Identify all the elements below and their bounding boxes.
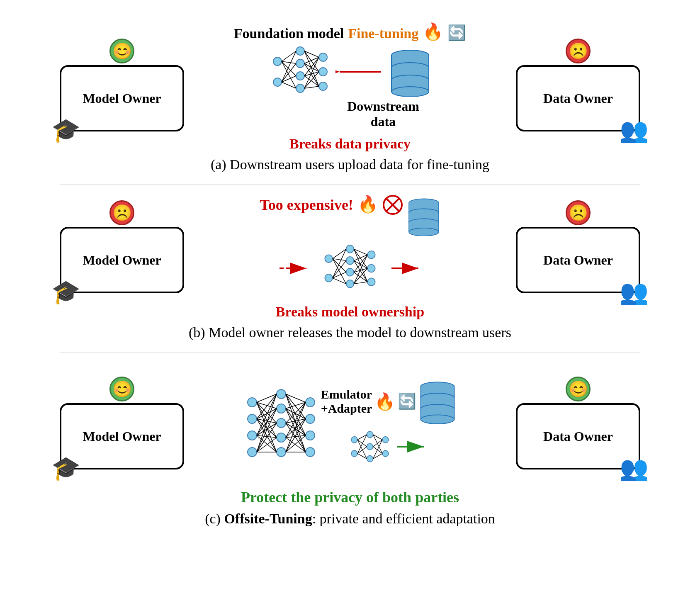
flame-icon-b: 🔥 (357, 195, 378, 214)
refresh-icon-a: 🔄 (447, 24, 466, 41)
svg-line-163 (373, 447, 383, 454)
svg-point-92 (277, 433, 286, 442)
svg-line-65 (333, 259, 346, 272)
svg-point-55 (325, 274, 333, 282)
data-owner-label-b: Data Owner (543, 253, 613, 268)
svg-line-28 (304, 86, 319, 88)
too-expensive-label: Too expensive! (260, 196, 353, 214)
svg-point-7 (319, 68, 327, 76)
caption-c-bold: Offsite-Tuning (224, 511, 312, 526)
database-a (389, 47, 431, 97)
svg-line-162 (373, 440, 383, 447)
svg-line-11 (282, 61, 296, 76)
section-b: ☹️ Model Owner 🎓 Too expensive! 🔥 (17, 189, 683, 344)
svg-line-75 (354, 260, 367, 268)
smiley-data-owner-a: ☹️ (566, 39, 591, 63)
flame-icon-c: 🔥 (374, 392, 395, 411)
model-owner-label-a: Model Owner (83, 91, 161, 106)
smiley-data-owner-c: 😊 (566, 377, 591, 401)
svg-point-94 (306, 398, 315, 407)
svg-point-49 (409, 228, 439, 236)
svg-point-96 (306, 431, 315, 440)
smiley-model-owner-b: ☹️ (109, 200, 134, 225)
svg-line-82 (354, 282, 367, 284)
downstream-data-label-a: Downstreamdata (347, 99, 419, 129)
neural-net-b (319, 239, 381, 297)
svg-point-58 (346, 268, 354, 276)
svg-line-70 (333, 278, 346, 284)
section-a: Foundation model Fine-tuning 🔥 🔄 😊 Model… (17, 8, 683, 176)
arrow-left-a (335, 63, 385, 80)
svg-line-16 (282, 82, 296, 88)
svg-point-148 (351, 450, 357, 457)
person-group-right-b: 👥 (620, 278, 649, 306)
svg-point-37 (391, 87, 429, 97)
dashed-arrow-left-b (277, 260, 311, 277)
svg-point-62 (367, 278, 375, 286)
svg-point-88 (248, 447, 257, 457)
svg-point-86 (248, 414, 257, 423)
breaks-data-privacy-label: Breaks data privacy (60, 136, 640, 152)
svg-point-5 (296, 84, 304, 92)
protect-privacy-label: Protect the privacy of both parties (60, 489, 640, 506)
svg-line-66 (333, 259, 346, 284)
caption-c: (c) Offsite-Tuning: private and efficien… (205, 511, 495, 527)
svg-point-147 (351, 437, 357, 443)
refresh-icon-c: 🔄 (398, 393, 416, 410)
smiley-model-owner-c: 😊 (109, 377, 134, 401)
breaks-model-ownership-label: Breaks model ownership (60, 304, 640, 320)
svg-point-2 (296, 47, 304, 55)
neural-net-c-small (349, 426, 391, 467)
svg-line-81 (354, 268, 367, 284)
model-owner-label-c: Model Owner (83, 429, 161, 444)
svg-point-151 (367, 456, 373, 462)
database-b-top (407, 196, 440, 236)
svg-line-155 (357, 440, 367, 447)
person-student-left-a: 🎓 (51, 117, 80, 144)
svg-point-149 (367, 431, 373, 438)
svg-point-150 (367, 444, 373, 450)
svg-line-158 (357, 447, 367, 454)
caption-a: (a) Downstream users upload data for fin… (211, 157, 489, 173)
model-owner-label-b: Model Owner (83, 253, 161, 268)
svg-point-152 (382, 437, 389, 443)
person-group-right-c: 👥 (620, 455, 649, 482)
neural-net-c-large (244, 386, 318, 460)
person-group-right-a: 👥 (620, 117, 649, 144)
svg-point-97 (306, 447, 315, 457)
svg-point-3 (296, 59, 304, 68)
caption-b: (b) Model owner releases the model to do… (189, 325, 511, 340)
svg-line-27 (304, 72, 319, 88)
svg-point-93 (277, 447, 286, 457)
arrow-right-c (395, 438, 428, 455)
svg-line-121 (286, 394, 306, 452)
svg-point-144 (421, 415, 455, 424)
svg-point-54 (325, 255, 333, 263)
emulator-label: Emulator +Adapter (321, 387, 372, 416)
data-owner-label-a: Data Owner (543, 91, 613, 106)
svg-point-59 (346, 280, 354, 288)
smiley-model-owner-a: 😊 (109, 39, 134, 63)
svg-line-12 (282, 61, 296, 88)
data-owner-label-c: Data Owner (543, 429, 613, 444)
foundation-model-label: Foundation model (234, 26, 344, 41)
database-c (419, 379, 456, 424)
svg-line-113 (257, 394, 277, 452)
fine-tuning-label: Fine-tuning (348, 26, 418, 41)
section-c: 😊 Model Owner 🎓 (17, 357, 683, 530)
person-student-left-b: 🎓 (51, 278, 80, 306)
person-student-left-c: 🎓 (51, 455, 80, 482)
svg-point-89 (277, 389, 286, 399)
svg-point-61 (367, 265, 375, 272)
svg-point-87 (248, 431, 257, 440)
svg-point-1 (273, 78, 282, 86)
svg-point-6 (319, 53, 327, 61)
svg-line-21 (304, 63, 319, 72)
svg-point-153 (382, 450, 389, 457)
svg-point-95 (306, 414, 315, 423)
svg-point-85 (248, 398, 257, 407)
svg-point-57 (346, 257, 354, 265)
smiley-data-owner-b: ☹️ (566, 200, 591, 225)
svg-point-8 (319, 82, 327, 90)
svg-point-60 (367, 251, 375, 259)
